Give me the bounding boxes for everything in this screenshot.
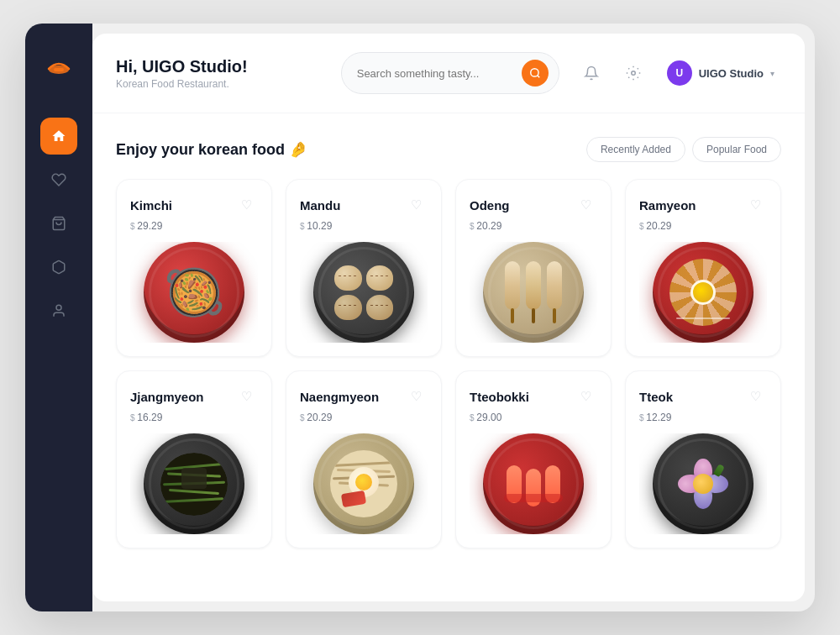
sidebar-nav — [40, 118, 77, 588]
favorite-button-jjangmyeon[interactable]: ♡ — [234, 385, 258, 408]
food-name-mandu: Mandu — [300, 198, 340, 213]
header: Hi, UIGO Studio! Korean Food Restaurant. — [92, 34, 805, 113]
food-name-jjangmyeon: Jjangmyeon — [130, 390, 204, 404]
search-bar[interactable] — [341, 52, 559, 94]
sidebar-item-profile[interactable] — [40, 292, 77, 329]
content-area: Enjoy your korean food 🤌 Recently Added … — [92, 113, 805, 601]
sidebar — [25, 24, 92, 611]
header-actions: U UIGO Studio ▾ — [576, 57, 781, 89]
favorite-button-naengmyeon[interactable]: ♡ — [404, 385, 428, 408]
svg-point-5 — [631, 71, 635, 76]
svg-point-3 — [56, 305, 61, 310]
food-card-odeng[interactable]: Odeng ♡ $ 20.29 — [455, 179, 612, 357]
search-input[interactable] — [357, 67, 515, 80]
food-price-tteok: $ 12.29 — [639, 412, 767, 423]
user-name: UIGO Studio — [699, 67, 764, 80]
svg-rect-1 — [54, 68, 64, 71]
food-name-tteok: Tteok — [639, 390, 673, 404]
header-subtitle: Korean Food Restaurant. — [116, 78, 324, 90]
food-card-ramyeon[interactable]: Ramyeon ♡ $ 20.29 — [625, 179, 781, 357]
chevron-down-icon: ▾ — [770, 69, 774, 78]
favorite-button-tteok[interactable]: ♡ — [743, 385, 767, 408]
sidebar-item-box[interactable] — [40, 249, 77, 286]
food-card-mandu[interactable]: Mandu ♡ $ 10.29 — [286, 179, 442, 357]
food-image-kimchi: 🥘 — [130, 242, 258, 343]
food-card-tteobokki[interactable]: Tteobokki ♡ $ 29.00 — [455, 370, 612, 548]
food-image-tteobokki — [470, 433, 597, 534]
food-image-tteok — [639, 433, 767, 534]
section-title: Enjoy your korean food 🤌 — [116, 140, 307, 159]
food-name-odeng: Odeng — [470, 198, 510, 213]
favorite-button-tteobokki[interactable]: ♡ — [574, 385, 597, 408]
header-greeting: Hi, UIGO Studio! — [116, 57, 324, 76]
favorite-button-kimchi[interactable]: ♡ — [234, 193, 258, 217]
notifications-button[interactable] — [576, 58, 606, 88]
food-image-mandu — [300, 242, 428, 343]
sidebar-item-bag[interactable] — [40, 205, 77, 242]
search-button[interactable] — [522, 60, 549, 87]
food-price-kimchi: $ 29.29 — [130, 220, 258, 232]
food-image-odeng — [470, 242, 597, 343]
header-title-block: Hi, UIGO Studio! Korean Food Restaurant. — [116, 57, 324, 90]
favorite-button-ramyeon[interactable]: ♡ — [743, 193, 767, 217]
food-price-mandu: $ 10.29 — [300, 220, 428, 232]
card-header-naengmyeon: Naengmyeon ♡ — [300, 385, 428, 408]
sidebar-logo — [40, 47, 77, 84]
filter-buttons: Recently Added Popular Food — [586, 137, 781, 162]
filter-popular-food[interactable]: Popular Food — [692, 137, 781, 162]
card-header-jjangmyeon: Jjangmyeon ♡ — [130, 385, 258, 408]
food-price-odeng: $ 20.29 — [470, 220, 597, 232]
food-grid: Kimchi ♡ $ 29.29 🥘 Mandu ♡ — [116, 179, 781, 548]
user-profile[interactable]: U UIGO Studio ▾ — [660, 57, 781, 89]
card-header-odeng: Odeng ♡ — [470, 193, 597, 217]
food-price-tteobokki: $ 29.00 — [470, 412, 597, 423]
svg-point-4 — [530, 69, 538, 76]
sidebar-item-home[interactable] — [40, 118, 77, 155]
food-name-tteobokki: Tteobokki — [470, 390, 529, 404]
food-name-ramyeon: Ramyeon — [639, 198, 696, 213]
card-header-ramyeon: Ramyeon ♡ — [639, 193, 767, 217]
sidebar-item-favorites[interactable] — [40, 161, 77, 198]
food-price-jjangmyeon: $ 16.29 — [130, 412, 258, 423]
food-image-naengmyeon — [300, 433, 428, 534]
card-header-kimchi: Kimchi ♡ — [130, 193, 258, 217]
food-card-tteok[interactable]: Tteok ♡ $ 12.29 — [625, 370, 781, 548]
food-image-ramyeon — [639, 242, 767, 343]
food-name-kimchi: Kimchi — [130, 198, 172, 213]
app-container: Hi, UIGO Studio! Korean Food Restaurant. — [25, 24, 815, 611]
food-card-jjangmyeon[interactable]: Jjangmyeon ♡ $ 16.29 — [116, 370, 272, 548]
section-header: Enjoy your korean food 🤌 Recently Added … — [116, 137, 781, 162]
favorite-button-odeng[interactable]: ♡ — [574, 193, 597, 217]
food-price-ramyeon: $ 20.29 — [639, 220, 767, 232]
food-image-jjangmyeon — [130, 433, 258, 534]
filter-recently-added[interactable]: Recently Added — [586, 137, 685, 162]
card-header-tteobokki: Tteobokki ♡ — [470, 385, 597, 408]
food-card-naengmyeon[interactable]: Naengmyeon ♡ $ 20.29 — [286, 370, 442, 548]
food-card-kimchi[interactable]: Kimchi ♡ $ 29.29 🥘 — [116, 179, 272, 357]
user-avatar: U — [667, 60, 692, 86]
favorite-button-mandu[interactable]: ♡ — [404, 193, 428, 217]
main-content: Hi, UIGO Studio! Korean Food Restaurant. — [92, 34, 805, 601]
card-header-mandu: Mandu ♡ — [300, 193, 428, 217]
food-name-naengmyeon: Naengmyeon — [300, 390, 379, 404]
food-price-naengmyeon: $ 20.29 — [300, 412, 428, 423]
settings-button[interactable] — [618, 58, 648, 88]
card-header-tteok: Tteok ♡ — [639, 385, 767, 408]
